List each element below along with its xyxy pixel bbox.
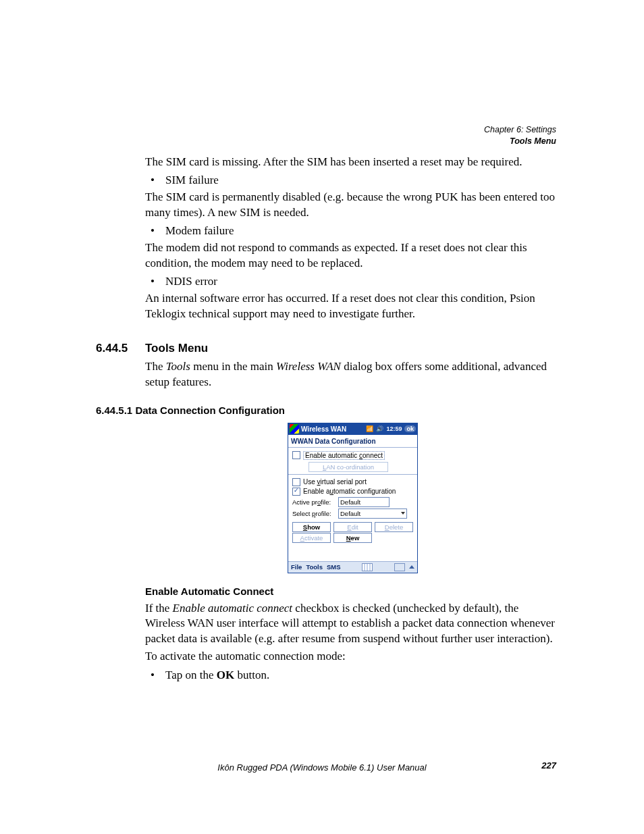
header-chapter: Chapter 6: Settings (484, 124, 556, 136)
menu-file[interactable]: File (291, 563, 302, 571)
section-heading: 6.44.5 Tools Menu (145, 342, 560, 355)
enable-auto-config-label: Enable automatic configuration (303, 488, 396, 495)
chevron-down-icon (401, 512, 405, 515)
active-profile-label: Active profile: (292, 498, 334, 506)
lan-coordination-button: LAN co-ordination (308, 462, 388, 472)
page-content: The SIM card is missing. After the SIM h… (145, 155, 560, 685)
bullet-item: Modem failure (145, 224, 560, 238)
paragraph: To activate the automatic connection mod… (145, 649, 560, 664)
bullet-item: NDIS error (145, 275, 560, 288)
active-profile-field: Default (338, 497, 390, 507)
enable-auto-config-checkbox[interactable] (292, 488, 300, 496)
page-number: 227 (541, 760, 556, 771)
chevron-up-icon[interactable] (409, 565, 414, 569)
use-virtual-serial-port-label: Use virtual serial port (303, 478, 367, 486)
paragraph: The modem did not respond to commands as… (145, 240, 560, 271)
paragraph: The SIM card is permanently disabled (e.… (145, 190, 560, 220)
select-profile-label: Select profile: (292, 510, 334, 517)
select-profile-dropdown[interactable]: Default (338, 509, 407, 519)
page-header: Chapter 6: Settings Tools Menu (484, 124, 556, 147)
paragraph: An internal software error has occurred.… (145, 291, 560, 321)
sip-icon[interactable] (394, 563, 405, 571)
menu-sms[interactable]: SMS (327, 563, 341, 571)
clock-text: 12:59 (386, 425, 402, 432)
menu-tools[interactable]: Tools (306, 563, 323, 571)
activate-button: Activate (292, 533, 331, 543)
keyboard-icon[interactable] (362, 563, 373, 571)
volume-icon[interactable]: 🔊 (376, 425, 383, 432)
paragraph: If the Enable automatic connect checkbox… (145, 601, 560, 646)
paragraph: The Tools menu in the main Wireless WAN … (145, 359, 560, 390)
subheading: Enable Automatic Connect (145, 585, 560, 597)
new-button[interactable]: New (333, 533, 372, 543)
signal-icon[interactable]: 📶 (366, 425, 373, 432)
use-virtual-serial-port-checkbox[interactable] (292, 478, 300, 486)
enable-auto-connect-label: Enable automatic connect (303, 451, 385, 460)
pda-screenshot: Wireless WAN 📶 🔊 12:59 ok WWAN Data Conf… (145, 423, 560, 573)
start-flag-icon[interactable] (290, 424, 299, 434)
pda-titlebar: Wireless WAN 📶 🔊 12:59 ok (288, 423, 417, 435)
footer-text: Ikôn Rugged PDA (Windows Mobile 6.1) Use… (217, 762, 426, 773)
ok-button[interactable]: ok (404, 425, 416, 432)
bullet-item: SIM failure (145, 174, 560, 187)
edit-button: Edit (333, 522, 372, 532)
enable-auto-connect-checkbox[interactable] (292, 451, 300, 459)
pda-menubar: File Tools SMS (288, 561, 417, 573)
header-section: Tools Menu (484, 136, 556, 147)
subsection-heading: 6.44.5.1 Data Connection Configuration (96, 405, 560, 416)
show-button[interactable]: Show (292, 522, 331, 532)
delete-button: Delete (375, 522, 413, 532)
bullet-item: Tap on the OK button. (145, 669, 560, 682)
section-title: Tools Menu (145, 342, 208, 355)
pda-title: Wireless WAN (301, 425, 346, 433)
pda-heading: WWAN Data Configuration (288, 436, 417, 447)
section-number: 6.44.5 (96, 342, 145, 355)
paragraph: The SIM card is missing. After the SIM h… (145, 155, 560, 170)
